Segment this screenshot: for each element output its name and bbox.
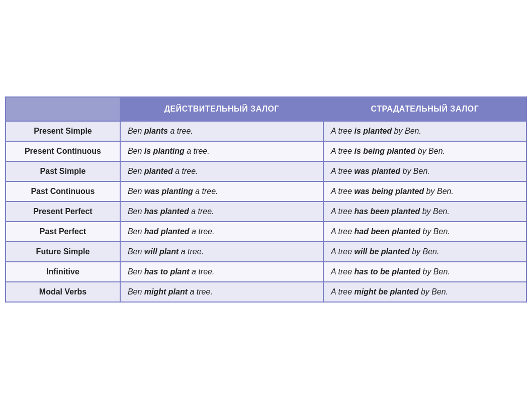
header-passive: СТРАДАТЕЛЬНЫЙ ЗАЛОГ	[323, 97, 526, 121]
passive-cell: A tree has been planted by Ben.	[323, 202, 526, 222]
active-cell: Ben might plant a tree.	[120, 282, 323, 302]
active-cell: Ben plants a tree.	[120, 121, 323, 141]
passive-cell: A tree had been planted by Ben.	[323, 222, 526, 242]
tense-cell: Present Simple	[6, 121, 120, 141]
bold-phrase: will be planted	[354, 247, 409, 256]
bold-phrase: might plant	[144, 287, 188, 296]
bold-phrase: is planting	[144, 147, 185, 155]
table-row: Present SimpleBen plants a tree.A tree i…	[6, 121, 526, 141]
tense-cell: Past Simple	[6, 161, 120, 181]
bold-phrase: had planted	[144, 227, 190, 236]
passive-cell: A tree will be planted by Ben.	[323, 242, 526, 262]
active-cell: Ben has to plant a tree.	[120, 262, 323, 282]
table-row: Future SimpleBen will plant a tree.A tre…	[6, 242, 526, 262]
active-cell: Ben has planted a tree.	[120, 202, 323, 222]
table-row: Present PerfectBen has planted a tree.A …	[6, 202, 526, 222]
bold-phrase: will plant	[144, 247, 179, 256]
passive-cell: A tree is being planted by Ben.	[323, 141, 526, 161]
bold-phrase: plants	[144, 127, 168, 135]
bold-phrase: planted	[144, 167, 173, 175]
active-cell: Ben planted a tree.	[120, 161, 323, 181]
bold-phrase: is being planted	[354, 147, 415, 155]
passive-cell: A tree was being planted by Ben.	[323, 181, 526, 202]
bold-phrase: had been planted	[354, 227, 420, 236]
active-cell: Ben is planting a tree.	[120, 141, 323, 161]
bold-phrase: might be planted	[354, 287, 418, 296]
table-row: Present ContinuousBen is planting a tree…	[6, 141, 526, 161]
bold-phrase: has been planted	[354, 207, 420, 216]
bold-phrase: has to be planted	[354, 267, 420, 276]
tense-cell: Present Continuous	[6, 141, 120, 161]
bold-phrase: was planting	[144, 187, 193, 195]
bold-phrase: has to plant	[144, 267, 190, 276]
passive-cell: A tree has to be planted by Ben.	[323, 262, 526, 282]
active-cell: Ben was planting a tree.	[120, 181, 323, 202]
table-row: Past ContinuousBen was planting a tree.A…	[6, 181, 526, 202]
header-tense	[6, 97, 120, 121]
tense-cell: Past Perfect	[6, 222, 120, 242]
active-cell: Ben will plant a tree.	[120, 242, 323, 262]
tense-cell: Infinitive	[6, 262, 120, 282]
passive-cell: A tree was planted by Ben.	[323, 161, 526, 181]
header-active: ДЕЙСТВИТЕЛЬНЫЙ ЗАЛОГ	[120, 97, 323, 121]
active-cell: Ben had planted a tree.	[120, 222, 323, 242]
table-row: Modal VerbsBen might plant a tree.A tree…	[6, 282, 526, 302]
grammar-table: ДЕЙСТВИТЕЛЬНЫЙ ЗАЛОГ СТРАДАТЕЛЬНЫЙ ЗАЛОГ…	[5, 96, 527, 303]
tense-cell: Present Perfect	[6, 202, 120, 222]
bold-phrase: was being planted	[354, 187, 424, 195]
table-row: Past PerfectBen had planted a tree.A tre…	[6, 222, 526, 242]
tense-cell: Past Continuous	[6, 181, 120, 202]
passive-cell: A tree might be planted by Ben.	[323, 282, 526, 302]
table-row: Past SimpleBen planted a tree.A tree was…	[6, 161, 526, 181]
bold-phrase: was planted	[354, 167, 400, 175]
passive-cell: A tree is planted by Ben.	[323, 121, 526, 141]
bold-phrase: has planted	[144, 207, 189, 216]
tense-cell: Future Simple	[6, 242, 120, 262]
table-row: InfinitiveBen has to plant a tree.A tree…	[6, 262, 526, 282]
bold-phrase: is planted	[354, 127, 392, 135]
tense-cell: Modal Verbs	[6, 282, 120, 302]
